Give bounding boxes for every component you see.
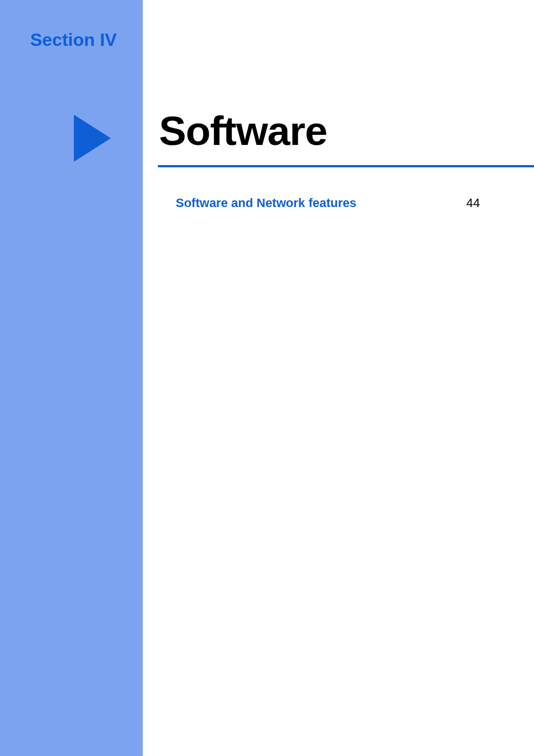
toc-entry-software-network[interactable]: Software and Network features [176,196,357,210]
title-underline [158,165,534,167]
triangle-right-icon [74,115,111,162]
toc-page-number: 44 [466,196,480,210]
section-label: Section IV [30,30,117,50]
sidebar-background [0,0,143,756]
section-title: Software [159,107,327,154]
